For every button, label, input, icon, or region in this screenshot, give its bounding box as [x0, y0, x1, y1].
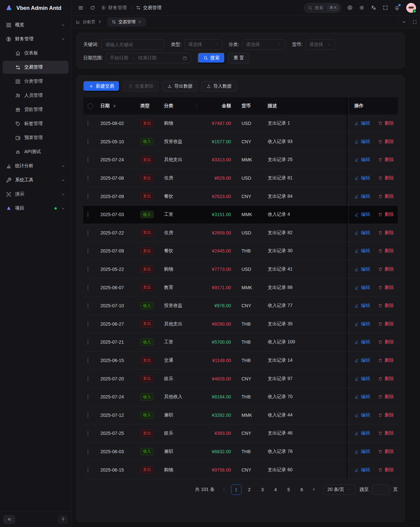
table-row[interactable]: 2025-07-09 支出 餐饮 ¥2523.00 CNY 支出记录 84 [83, 187, 398, 206]
page-number-button[interactable]: 3 [257, 484, 268, 495]
table-row[interactable]: 2025-07-12 收入 兼职 ¥3282.00 MMK 收入记录 44 [83, 406, 398, 425]
export-data-button[interactable]: 导出数据 [162, 81, 198, 91]
header-cell-date[interactable]: 日期 [100, 97, 140, 114]
delete-button[interactable]: 删除 [378, 175, 394, 181]
edit-button[interactable]: 编辑 [354, 467, 370, 473]
row-checkbox[interactable] [88, 430, 88, 436]
sidebar-item-demo[interactable]: 演示 [3, 188, 69, 201]
page-number-button[interactable]: 6 [297, 484, 307, 495]
table-row[interactable]: 2025-05-22 支出 购物 ¥7773.00 USD 支出记录 41 [83, 260, 398, 279]
edit-button[interactable]: 编辑 [354, 266, 370, 272]
table-row[interactable]: 2025-08-02 支出 购物 ¥7487.00 USD 支出记录 1 [83, 114, 398, 133]
sidebar-subitem[interactable]: 人员管理 [3, 89, 69, 102]
row-checkbox[interactable] [88, 357, 88, 363]
type-select[interactable]: 请选择 [184, 39, 222, 50]
sidebar-item-overview[interactable]: 概览 [3, 18, 69, 31]
create-transaction-button[interactable]: 新建交易 [83, 81, 120, 91]
delete-button[interactable]: 删除 [378, 357, 394, 363]
sidebar-subitem[interactable]: 标签管理 [3, 117, 69, 130]
table-row[interactable]: 2025-06-15 支出 交通 ¥1149.00 THB 支出记录 14 [83, 352, 398, 370]
delete-button[interactable]: 删除 [378, 266, 394, 272]
delete-button[interactable]: 删除 [378, 212, 394, 217]
edit-button[interactable]: 编辑 [354, 376, 370, 382]
edit-button[interactable]: 编辑 [354, 449, 370, 455]
page-number-button[interactable]: 1 [231, 484, 242, 495]
edit-button[interactable]: 编辑 [354, 193, 370, 199]
delete-button[interactable]: 删除 [378, 193, 394, 199]
delete-button[interactable]: 删除 [378, 467, 394, 473]
maximize-content-button[interactable] [409, 16, 420, 28]
row-checkbox[interactable] [88, 248, 88, 254]
edit-button[interactable]: 编辑 [354, 230, 370, 236]
breadcrumb-parent[interactable]: 财务管理 [101, 5, 127, 11]
table-row[interactable]: 2025-07-24 收入 其他收入 ¥8184.00 THB 收入记录 70 [83, 388, 398, 406]
edit-button[interactable]: 编辑 [354, 321, 370, 327]
reset-button[interactable]: 重 置 [228, 53, 249, 63]
delete-button[interactable]: 删除 [378, 303, 394, 309]
pin-icon[interactable] [98, 20, 102, 24]
language-button[interactable] [368, 3, 379, 13]
currency-select[interactable]: 请选择 [305, 39, 335, 50]
batch-delete-button[interactable]: 批量删除 [123, 81, 159, 91]
row-checkbox[interactable] [88, 412, 88, 418]
keyword-input[interactable] [101, 39, 164, 50]
row-checkbox[interactable] [88, 230, 88, 236]
sort-icon[interactable] [113, 105, 116, 108]
row-checkbox[interactable] [88, 157, 88, 163]
sidebar-pin-button[interactable] [58, 515, 68, 524]
category-select[interactable]: 请选择 [242, 39, 285, 50]
row-checkbox[interactable] [88, 321, 88, 327]
sidebar-collapse-button[interactable] [3, 515, 15, 524]
table-row[interactable]: 2025-06-07 支出 教育 ¥9171.00 MMK 支出记录 88 [83, 278, 398, 297]
row-checkbox[interactable] [88, 285, 88, 291]
sidebar-item-project[interactable]: 项目 [3, 202, 69, 215]
sidebar-item-tools[interactable]: 系统工具 [3, 173, 69, 187]
row-checkbox[interactable] [88, 175, 88, 181]
edit-button[interactable]: 编辑 [354, 285, 370, 291]
edit-button[interactable]: 编辑 [354, 339, 370, 345]
row-checkbox[interactable] [88, 139, 88, 145]
edit-button[interactable]: 编辑 [354, 430, 370, 436]
row-checkbox[interactable] [88, 339, 88, 345]
user-menu-button[interactable] [406, 3, 416, 13]
edit-button[interactable]: 编辑 [354, 139, 370, 145]
table-row[interactable]: 2025-05-10 收入 投资收益 ¥1577.00 CNY 收入记录 93 [83, 133, 398, 151]
page-size-select[interactable]: 20 条/页 [324, 484, 355, 495]
fullscreen-button[interactable] [380, 3, 390, 13]
row-checkbox[interactable] [88, 467, 88, 473]
table-row[interactable]: 2025-07-09 支出 餐饮 ¥2445.00 THB 支出记录 30 [83, 242, 398, 260]
delete-button[interactable]: 删除 [378, 285, 394, 291]
close-icon[interactable] [138, 20, 142, 24]
table-row[interactable]: 2025-07-08 支出 住房 ¥629.00 USD 支出记录 81 [83, 169, 398, 188]
row-checkbox[interactable] [88, 193, 88, 199]
delete-button[interactable]: 删除 [378, 157, 394, 163]
date-range-picker[interactable]: 开始日期 → 结束日期 [106, 53, 191, 63]
page-number-button[interactable]: 2 [244, 484, 255, 495]
tab-transaction[interactable]: 交易管理 [107, 17, 146, 27]
page-number-button[interactable]: 4 [270, 484, 281, 495]
table-row[interactable]: 2025-07-24 支出 其他支出 ¥3313.00 MMK 支出记录 25 [83, 151, 398, 169]
sidebar-toggle-button[interactable] [75, 3, 86, 13]
sidebar-subitem[interactable]: 预算管理 [3, 131, 69, 144]
sidebar-subitem[interactable]: API测试 [3, 145, 69, 158]
delete-button[interactable]: 删除 [378, 248, 394, 254]
select-all-checkbox[interactable] [88, 103, 93, 109]
search-button[interactable]: 搜索 [198, 53, 225, 63]
delete-button[interactable]: 删除 [378, 230, 394, 236]
table-row[interactable]: 2025-06-03 收入 兼职 ¥6832.00 THB 收入记录 78 [83, 443, 398, 461]
sidebar-subitem[interactable]: 贷款管理 [3, 103, 69, 116]
table-row[interactable]: 2025-07-22 支出 住房 ¥2659.00 USD 支出记录 82 [83, 224, 398, 242]
delete-button[interactable]: 删除 [378, 321, 394, 327]
row-checkbox[interactable] [88, 303, 88, 309]
sidebar-item-stats[interactable]: 统计分析 [3, 159, 69, 172]
edit-button[interactable]: 编辑 [354, 394, 370, 400]
sidebar-item-finance[interactable]: 财务管理 [3, 32, 69, 46]
next-page-button[interactable] [310, 484, 318, 495]
edit-button[interactable]: 编辑 [354, 357, 370, 363]
table-row[interactable]: 2025-07-21 收入 工资 ¥5700.00 THB 收入记录 100 [83, 333, 398, 352]
delete-button[interactable]: 删除 [378, 430, 394, 436]
refresh-button[interactable] [87, 3, 98, 13]
table-row[interactable]: 2025-07-25 支出 娱乐 ¥393.00 CNY 支出记录 46 [83, 424, 398, 443]
table-row[interactable]: 2025-07-10 收入 投资收益 ¥978.00 CNY 收入记录 77 [83, 297, 398, 315]
edit-button[interactable]: 编辑 [354, 412, 370, 418]
